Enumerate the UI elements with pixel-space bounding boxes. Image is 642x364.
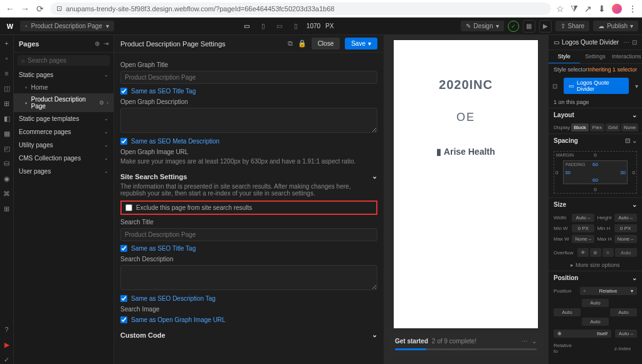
forward-button[interactable]: → <box>20 4 30 14</box>
same-seo-meta-checkbox[interactable]: Same as SEO Meta Description <box>120 138 377 145</box>
download-icon[interactable]: ⬇ <box>598 4 606 14</box>
size-section[interactable]: Size⌄ <box>549 198 642 211</box>
utility-section[interactable]: Utility pages⌄ <box>14 138 113 152</box>
cms-icon[interactable]: ◰ <box>3 144 11 153</box>
help-icon[interactable]: ? <box>3 325 11 334</box>
components-icon[interactable]: ◫ <box>3 84 11 93</box>
breakpoint-mobile[interactable]: ▯ <box>290 21 302 32</box>
gs-collapse-icon[interactable]: ⌄ <box>532 338 537 345</box>
add-element-icon[interactable]: + <box>3 39 11 48</box>
audit-button[interactable]: ✓ <box>508 21 519 32</box>
overflow-hidden[interactable]: ⊗ <box>590 248 601 257</box>
overflow-auto[interactable]: Auto <box>615 248 637 257</box>
maxw-input[interactable]: None – <box>572 235 594 243</box>
display-none[interactable]: None <box>621 123 638 132</box>
canvas-width[interactable]: 1070 <box>307 23 320 29</box>
page-selector[interactable]: ▫ Product Description Page ▾ <box>20 21 114 31</box>
maxh-input[interactable]: None – <box>614 235 638 243</box>
same-seo-title-checkbox[interactable]: Same as SEO Title Tag <box>120 88 377 95</box>
same-seo-desc-checkbox[interactable]: Same as SEO Description Tag <box>120 295 377 302</box>
cms-section[interactable]: CMS Collection pages⌄ <box>14 152 113 165</box>
minh-input[interactable]: 0 PX <box>614 224 638 232</box>
spacing-control[interactable]: MARGIN 0 0 0 0 PADDING 60 60 30 30 <box>554 151 637 194</box>
logic-icon[interactable]: ⌘ <box>3 189 11 198</box>
apps-icon[interactable]: ⊞ <box>3 204 11 213</box>
overflow-scroll[interactable]: ≡ <box>603 248 614 257</box>
extension-icon[interactable]: ⧩ <box>571 3 578 14</box>
audit-rail-icon[interactable]: ✓ <box>3 355 11 364</box>
lock-icon[interactable]: 🔒 <box>298 39 307 48</box>
breakpoint-desktop[interactable]: ▭ <box>241 21 253 32</box>
webflow-logo[interactable]: W <box>4 20 16 33</box>
breakpoint-tablet[interactable]: ▯ <box>258 21 269 32</box>
og-desc-input[interactable] <box>120 108 377 133</box>
same-seo-title2-checkbox[interactable]: Same as SEO Title Tag <box>120 245 377 252</box>
breakpoint-landscape[interactable]: ▭ <box>274 21 285 32</box>
same-og-image-checkbox[interactable]: Same as Open Graph Image URL <box>120 316 377 323</box>
site-search-header[interactable]: Site Search Settings⌄ <box>120 172 377 180</box>
pos-left[interactable]: Auto <box>554 308 581 316</box>
tab-interactions[interactable]: Interactions <box>611 50 642 63</box>
exclude-checkbox[interactable]: Exclude this page from site search resul… <box>125 204 372 211</box>
settings-icon[interactable]: ⚙ <box>99 100 104 106</box>
get-started-panel[interactable]: Get started 2 of 9 complete! ⋯ ⌄ <box>389 333 543 355</box>
new-tab-icon[interactable]: ↗ <box>584 4 592 14</box>
page-item-product-description[interactable]: ▫ Product Description Page ⚙› <box>14 93 113 112</box>
position-section[interactable]: Position⌄ <box>549 271 642 284</box>
ecommerce-icon[interactable]: ⛁ <box>3 159 11 168</box>
save-button[interactable]: Save ▾ <box>345 38 377 49</box>
canvas-page[interactable]: 2020INC OE ▮ Arise Health <box>394 40 538 328</box>
tab-style[interactable]: Style <box>549 50 580 63</box>
position-select[interactable]: ▫ Relative ▾ <box>580 287 637 295</box>
search-title-input[interactable] <box>120 228 377 241</box>
collapse-icon[interactable]: ⇥ <box>103 40 108 47</box>
display-grid[interactable]: Grid <box>606 123 620 132</box>
preview-button[interactable]: ▶ <box>539 20 552 33</box>
width-input[interactable]: Auto – <box>572 214 594 222</box>
pages-icon[interactable]: ▫ <box>3 54 11 63</box>
assets-icon[interactable]: ▦ <box>3 129 11 138</box>
more-size-options[interactable]: ▸ More size options <box>549 259 642 271</box>
menu-icon[interactable]: ⋮ <box>628 4 637 14</box>
share-button[interactable]: ⇪ Share <box>555 21 590 31</box>
tab-settings[interactable]: Settings <box>580 50 611 63</box>
og-title-input[interactable] <box>120 71 377 84</box>
display-block[interactable]: Block <box>571 123 589 132</box>
new-folder-icon[interactable]: ⊕ <box>95 40 100 47</box>
user-section[interactable]: User pages⌄ <box>14 165 113 178</box>
profile-avatar[interactable] <box>612 4 622 14</box>
spacing-section[interactable]: Spacing⊡ ⌄ <box>549 134 642 147</box>
copy-icon[interactable]: ⧉ <box>288 39 293 48</box>
url-bar[interactable]: ⊡ anupams-trendy-site-5f98f3.design.webf… <box>50 3 551 15</box>
static-pages-section[interactable]: Static pages⌄ <box>14 68 113 81</box>
static-templates-section[interactable]: Static page templates⌄ <box>14 112 113 125</box>
ecommerce-section[interactable]: Ecommerce pages⌄ <box>14 125 113 138</box>
design-mode-button[interactable]: ✎ Design ▾ <box>461 21 503 31</box>
design-canvas[interactable]: 2020INC OE ▮ Arise Health Get started 2 … <box>384 35 548 364</box>
reload-button[interactable]: ⟳ <box>35 4 45 14</box>
element-expand-icon[interactable]: ⊡ <box>632 39 637 46</box>
height-input[interactable]: Auto – <box>614 214 638 222</box>
class-selector[interactable]: ▭Logos Quote Divider <box>564 78 629 94</box>
page-item-home[interactable]: ▫ Home <box>14 81 113 93</box>
pos-top[interactable]: Auto <box>582 299 609 307</box>
users-icon[interactable]: ◉ <box>3 174 11 183</box>
selected-element[interactable]: ▭ Logos Quote Divider ⋯ ⊡ <box>549 35 642 50</box>
pos-right[interactable]: Auto <box>610 308 637 316</box>
comments-button[interactable]: ▦ <box>523 20 535 33</box>
search-desc-input[interactable] <box>120 265 377 290</box>
styles-icon[interactable]: ◧ <box>3 114 11 123</box>
video-icon[interactable]: ▶ <box>3 340 11 349</box>
close-button[interactable]: Close <box>312 38 340 49</box>
overflow-visible[interactable]: 👁 <box>577 248 589 257</box>
star-icon[interactable]: ☆ <box>556 4 564 14</box>
layout-section[interactable]: Layout⌄ <box>549 108 642 122</box>
publish-button[interactable]: ☁ Publish ▾ <box>593 21 638 31</box>
relative-to-select[interactable]: ⊕ Itself <box>554 330 611 338</box>
pos-bottom[interactable]: Auto <box>582 318 609 326</box>
states-icon[interactable]: ⊡ <box>552 83 557 90</box>
display-flex[interactable]: Flex <box>590 123 604 132</box>
back-button[interactable]: ← <box>5 4 15 14</box>
variables-icon[interactable]: ⊞ <box>3 99 11 108</box>
minw-input[interactable]: 0 PX <box>572 224 594 232</box>
